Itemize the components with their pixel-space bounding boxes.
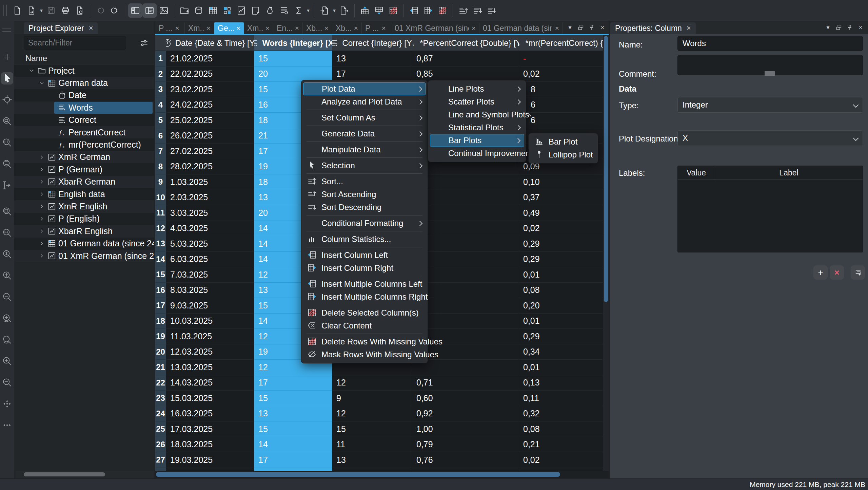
menu-item-analyze-and-plot-data[interactable]: Analyze and Plot Data [303,95,426,108]
auto-scale-y-button[interactable] [1,248,13,260]
table-cell[interactable]: 12 [332,406,412,422]
tree-item-mr-percentcorrect-[interactable]: fxmr(PercentCorrect) [14,138,154,151]
tree-item-p-english-[interactable]: P (English) [14,213,154,225]
table-cell[interactable]: 9.03.2025 [166,298,254,314]
menu-item-delete-selected-column-s-[interactable]: Delete Selected Column(s) [303,306,426,319]
document-tab[interactable]: En...× [273,22,303,34]
document-tab[interactable]: Xb...× [303,22,332,34]
sort-descending-button[interactable] [470,3,485,18]
remove-label-button[interactable]: × [830,265,844,280]
table-cell[interactable]: 0,21 [519,437,603,453]
scrollbar-thumb[interactable] [24,472,105,476]
worksheet-preview-button[interactable] [157,3,171,18]
close-icon[interactable]: × [382,24,386,32]
table-cell[interactable]: 14.03.2025 [166,375,254,391]
expand-icon[interactable] [38,178,45,186]
tree-item-p-german-[interactable]: P (German) [14,163,154,175]
table-cell[interactable]: 15.03.2025 [166,391,254,406]
menu-item-bar-plots[interactable]: Bar Plots [430,134,524,147]
table-cell[interactable]: 13 [332,452,412,468]
row-number[interactable]: 27 [155,452,166,468]
table-cell[interactable]: 22.02.2025 [166,67,254,82]
menu-item-delete-rows-with-missing-values[interactable]: Delete Rows With Missing Values [303,335,426,348]
dock-menu-button[interactable]: ▾ [824,23,832,32]
table-cell[interactable]: 19.03.2025 [166,452,254,468]
table-cell[interactable]: 0,01 [519,360,603,375]
row-number[interactable]: 15 [155,267,166,283]
expand-icon[interactable] [38,153,45,161]
table-cell[interactable]: 0,10 [519,174,603,190]
add-curve-button[interactable] [1,51,13,63]
collapse-icon[interactable] [28,67,35,74]
table-cell[interactable]: 11.03.2025 [166,329,254,344]
name-field[interactable] [677,36,863,51]
new-notebook-button[interactable] [277,3,291,18]
row-number[interactable]: 6 [155,128,166,144]
table-cell[interactable]: 0,76 [412,452,519,468]
new-workbook-button[interactable] [192,3,206,18]
table-cell[interactable]: 17 [254,375,332,391]
menu-item-line-and-symbol-plots[interactable]: Line and Symbol Plots [430,108,524,121]
dock-pin-button[interactable] [846,23,854,32]
table-cell[interactable]: 21.02.2025 [166,51,254,67]
table-cell[interactable]: 6.03.2025 [166,252,254,267]
table-cell[interactable]: 0,08 [519,421,603,437]
redo-button[interactable] [107,3,122,18]
document-tab[interactable]: 01 XmR German (since ...× [391,22,479,34]
row-number[interactable]: 2 [155,67,166,82]
tree-item-xmr-english[interactable]: XmR English [14,200,154,212]
table-cell[interactable]: 0,29 [519,236,603,252]
type-dropdown[interactable]: Integer [677,97,863,113]
table-cell[interactable] [412,468,519,471]
row-number[interactable]: 17 [155,298,166,314]
menu-item-insert-multiple-columns-left[interactable]: Insert Multiple Columns Left [303,278,426,290]
scrollbar-thumb[interactable] [604,36,608,302]
crosshair-mode-button[interactable] [1,94,13,106]
close-icon[interactable]: × [324,24,329,32]
menu-item-sort-ascending[interactable]: Sort Ascending [303,188,426,201]
new-note-button[interactable] [249,3,263,18]
tree-item-german-data[interactable]: German data [14,77,154,89]
table-cell[interactable]: 26.02.2025 [166,128,254,144]
expand-icon[interactable] [38,227,45,235]
row-number[interactable]: 25 [155,421,166,437]
tree-item-xbarr-german[interactable]: XbarR German [14,176,154,188]
table-cell[interactable]: 1,00 [412,421,519,437]
zoom-in-y-button[interactable] [1,355,13,367]
document-tab[interactable]: P ...× [155,22,185,34]
tree-item-project[interactable]: Project [14,64,154,77]
properties-dock-tab[interactable]: Properties: Column × [610,22,696,34]
menu-item-set-column-as[interactable]: Set Column As [303,111,426,124]
expand-icon[interactable] [38,240,45,247]
table-cell[interactable]: 25.02.2025 [166,113,254,128]
new-spreadsheet-button[interactable] [206,3,220,18]
label-column-header[interactable]: Label [715,166,863,180]
export-pdf-button[interactable] [73,3,87,18]
table-cell[interactable] [412,174,519,190]
table-cell[interactable]: 0,37 [519,190,603,206]
table-cell[interactable]: 23.02.2025 [166,82,254,97]
table-cell[interactable] [412,360,519,375]
row-number[interactable]: 19 [155,329,166,344]
batch-edit-labels-button[interactable] [851,265,865,280]
table-cell[interactable]: 0,71 [412,375,519,391]
zoom-out-button[interactable] [1,291,13,303]
table-cell[interactable]: 0,20 [519,298,603,314]
undo-button[interactable] [93,3,107,18]
table-cell[interactable]: 6 [519,97,603,113]
toolbar-drag-handle[interactable] [2,29,11,32]
table-cell[interactable]: 9 [332,391,412,406]
open-project-dropdown-arrow[interactable]: ▾ [39,7,44,14]
horizontal-scrollbar[interactable] [14,471,154,478]
table-cell[interactable]: 0,60 [412,391,519,406]
table-cell[interactable]: 15 [254,421,332,437]
tree-name-header[interactable]: Name [14,52,154,64]
table-cell[interactable]: 27.02.2025 [166,144,254,159]
sort-button[interactable] [485,3,499,18]
row-number[interactable] [155,468,166,471]
filter-settings-button[interactable] [138,37,151,50]
project-explorer-dock-tab[interactable]: Project Explorer × [24,22,98,34]
horizontal-scrollbar[interactable] [155,471,609,478]
table-cell[interactable]: 6 [519,113,603,128]
table-cell[interactable] [332,468,412,471]
